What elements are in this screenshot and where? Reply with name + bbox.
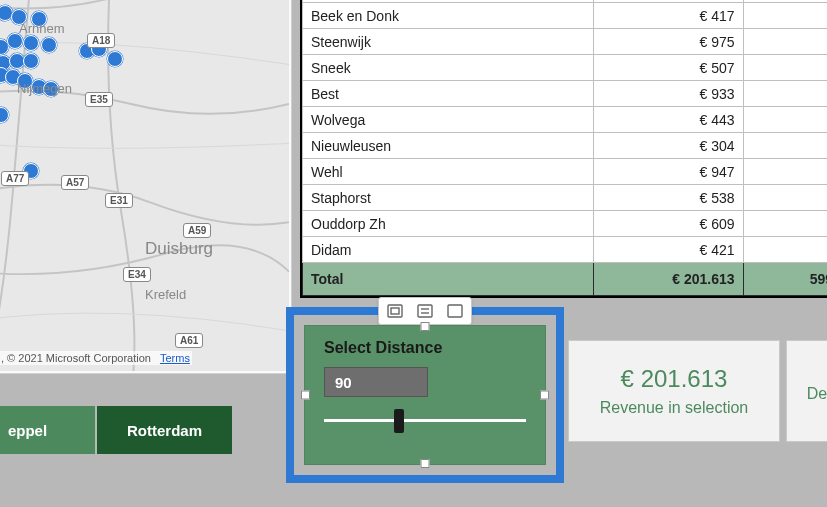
row-count xyxy=(743,211,827,237)
map-roads-svg xyxy=(0,0,289,371)
road-label: E35 xyxy=(85,92,113,107)
row-count xyxy=(743,3,827,29)
road-label: A57 xyxy=(61,175,89,190)
table-row[interactable]: Sneek€ 507 xyxy=(303,55,828,81)
map-data-point[interactable] xyxy=(23,35,39,51)
row-amount: € 947 xyxy=(594,159,743,185)
map-card: A18E35A77A57E31A59E34A61 ArnhemNijmegenD… xyxy=(0,0,292,374)
total-amount: € 201.613 xyxy=(594,263,743,296)
road-label: E34 xyxy=(123,267,151,282)
map-terms-link[interactable]: Terms xyxy=(160,352,190,364)
row-city: Ouddorp Zh xyxy=(303,211,594,237)
map-city-label: Krefeld xyxy=(145,287,186,302)
row-amount: € 417 xyxy=(594,3,743,29)
svg-rect-0 xyxy=(388,305,402,317)
distance-slider-fill xyxy=(324,419,399,422)
revenue-table-wrap: Heerenveen€ 768Beek en Donk€ 417Steenwij… xyxy=(300,0,827,298)
city-pill-left-label: eppel xyxy=(8,422,47,439)
kpi-revenue-label: Revenue in selection xyxy=(600,399,749,417)
table-total-row: Total € 201.613 599 xyxy=(303,263,828,296)
row-city: Best xyxy=(303,81,594,107)
row-city: Sneek xyxy=(303,55,594,81)
revenue-table: Heerenveen€ 768Beek en Donk€ 417Steenwij… xyxy=(302,0,827,296)
row-count xyxy=(743,133,827,159)
kpi-revenue-value: € 201.613 xyxy=(621,365,728,393)
select-distance-title: Select Distance xyxy=(324,339,442,357)
map-city-label: Nijmegen xyxy=(17,81,72,96)
map-data-point[interactable] xyxy=(107,51,123,67)
table-row[interactable]: Wehl€ 947 xyxy=(303,159,828,185)
extra-action-button[interactable] xyxy=(441,300,469,322)
map-copyright: , © 2021 Microsoft Corporation xyxy=(1,352,151,364)
row-city: Nieuwleusen xyxy=(303,133,594,159)
row-count xyxy=(743,159,827,185)
row-count xyxy=(743,107,827,133)
row-count xyxy=(743,81,827,107)
row-amount: € 421 xyxy=(594,237,743,263)
row-amount: € 538 xyxy=(594,185,743,211)
map-data-point[interactable] xyxy=(23,53,39,69)
row-count xyxy=(743,237,827,263)
map-attribution: , © 2021 Microsoft Corporation Terms xyxy=(0,351,192,365)
resize-handle-n[interactable] xyxy=(421,322,430,331)
row-amount: € 304 xyxy=(594,133,743,159)
map-city-label: Arnhem xyxy=(19,21,65,36)
select-distance-value[interactable]: 90 xyxy=(324,367,428,397)
map-data-point[interactable] xyxy=(41,37,57,53)
city-pill-right-label: Rotterdam xyxy=(127,422,202,439)
svg-rect-5 xyxy=(448,305,462,317)
map-city-label: Duisburg xyxy=(145,239,213,259)
table-row[interactable]: Steenwijk€ 975 xyxy=(303,29,828,55)
focus-mode-button[interactable] xyxy=(381,300,409,322)
row-amount: € 507 xyxy=(594,55,743,81)
kpi-revenue-card: € 201.613 Revenue in selection xyxy=(568,340,780,442)
city-pill-left[interactable]: eppel xyxy=(0,406,95,454)
road-label: A61 xyxy=(175,333,203,348)
table-row[interactable]: Beek en Donk€ 417 xyxy=(303,3,828,29)
row-amount: € 609 xyxy=(594,211,743,237)
select-distance-visual-selected[interactable]: Select Distance 90 xyxy=(286,307,564,483)
row-city: Staphorst xyxy=(303,185,594,211)
road-label: E31 xyxy=(105,193,133,208)
svg-rect-1 xyxy=(391,308,399,314)
row-city: Wehl xyxy=(303,159,594,185)
table-row[interactable]: Best€ 933 xyxy=(303,81,828,107)
map-viewport[interactable]: A18E35A77A57E31A59E34A61 ArnhemNijmegenD… xyxy=(0,0,289,371)
total-count: 599 xyxy=(743,263,827,296)
city-pill-right[interactable]: Rotterdam xyxy=(97,406,232,454)
distance-slider-track[interactable] xyxy=(324,419,526,422)
row-amount: € 975 xyxy=(594,29,743,55)
kpi-deals-label: De xyxy=(807,385,827,403)
table-row[interactable]: Staphorst€ 538 xyxy=(303,185,828,211)
total-label: Total xyxy=(303,263,594,296)
row-amount: € 443 xyxy=(594,107,743,133)
more-options-button[interactable] xyxy=(411,300,439,322)
row-city: Wolvega xyxy=(303,107,594,133)
road-label: A77 xyxy=(1,171,29,186)
row-city: Didam xyxy=(303,237,594,263)
svg-rect-2 xyxy=(418,305,432,317)
kpi-deals-card: De xyxy=(786,340,827,442)
resize-handle-e[interactable] xyxy=(540,391,549,400)
distance-slider-thumb[interactable] xyxy=(394,409,404,433)
row-count xyxy=(743,29,827,55)
table-row[interactable]: Ouddorp Zh€ 609 xyxy=(303,211,828,237)
row-city: Steenwijk xyxy=(303,29,594,55)
table-row[interactable]: Didam€ 421 xyxy=(303,237,828,263)
visual-action-bar xyxy=(378,297,472,325)
road-label: A18 xyxy=(87,33,115,48)
table-row[interactable]: Nieuwleusen€ 304 xyxy=(303,133,828,159)
resize-handle-s[interactable] xyxy=(421,459,430,468)
resize-handle-w[interactable] xyxy=(301,391,310,400)
row-count xyxy=(743,55,827,81)
row-city: Beek en Donk xyxy=(303,3,594,29)
row-count xyxy=(743,185,827,211)
road-label: A59 xyxy=(183,223,211,238)
table-row[interactable]: Wolvega€ 443 xyxy=(303,107,828,133)
row-amount: € 933 xyxy=(594,81,743,107)
